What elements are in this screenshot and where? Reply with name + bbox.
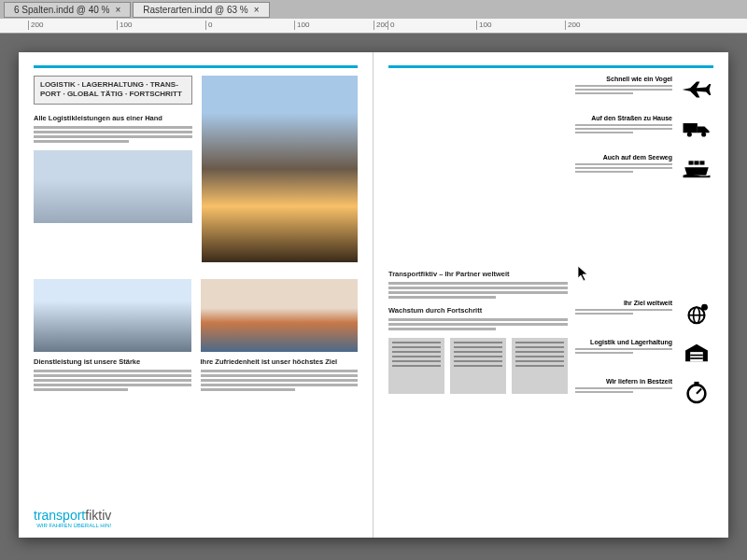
horizontal-ruler[interactable]: 200 100 0 100 200 0 100 200	[0, 19, 747, 34]
body-text	[388, 282, 568, 299]
feature-item: Auf den Straßen zu Hause	[575, 115, 713, 143]
svg-point-1	[687, 132, 692, 136]
image-airplane[interactable]	[34, 150, 192, 223]
right-page[interactable]: Schnell wie ein Vogel Auf den Straßen zu…	[374, 52, 728, 538]
svg-point-9	[701, 304, 708, 311]
svg-line-15	[697, 389, 701, 394]
feature-title: Ihr Ziel weltweit	[575, 300, 672, 306]
image-truck[interactable]	[34, 279, 191, 352]
logo-part-a: transport	[34, 508, 85, 523]
feature-item: Auch auf dem Seeweg	[575, 154, 713, 182]
close-icon[interactable]: ×	[254, 5, 260, 15]
tab-label: 6 Spalten.indd @ 40 %	[14, 5, 109, 15]
image-hero-city[interactable]	[202, 76, 358, 262]
feature-item: Schnell wie ein Vogel	[575, 76, 713, 104]
accent-bar	[34, 65, 358, 68]
globe-icon	[680, 300, 713, 328]
ruler-mark: 200	[28, 21, 43, 30]
left-page[interactable]: LOGISTIK · LAGERHALTUNG · TRANS- PORT · …	[19, 52, 374, 538]
section-heading: Alle Logistikleistungen aus einer Hand	[34, 114, 192, 122]
data-columns	[388, 338, 568, 394]
logo-subtitle: WIR FAHREN ÜBERALL HIN!	[34, 523, 111, 528]
feature-item: Wir liefern in Bestzeit	[575, 378, 713, 406]
feature-title: Auf den Straßen zu Hause	[575, 115, 672, 121]
page-spread: LOGISTIK · LAGERHALTUNG · TRANS- PORT · …	[19, 52, 728, 538]
svg-rect-14	[694, 382, 698, 385]
tagline-box[interactable]: LOGISTIK · LAGERHALTUNG · TRANS- PORT · …	[34, 76, 192, 105]
truck-icon	[680, 115, 713, 143]
logo-part-b: fiktiv	[85, 508, 111, 523]
section-heading: Dienstleistung ist unsere Stärke	[34, 357, 191, 366]
tab-label: Rasterarten.indd @ 63 %	[143, 5, 247, 15]
section-heading: Ihre Zufriedenheit ist unser höchstes Zi…	[201, 357, 359, 366]
image-container-ship[interactable]	[201, 279, 359, 352]
feature-title: Schnell wie ein Vogel	[575, 76, 672, 82]
svg-point-2	[701, 132, 706, 136]
section-heading: Wachstum durch Fortschritt	[388, 306, 568, 315]
ruler-mark: 100	[117, 21, 132, 30]
feature-item: Ihr Ziel weltweit	[575, 300, 713, 328]
cursor-pointer	[577, 265, 590, 282]
feature-title: Wir liefern in Bestzeit	[575, 378, 672, 385]
feature-title: Auch auf dem Seeweg	[575, 154, 672, 161]
tab-rasterarten[interactable]: Rasterarten.indd @ 63 % ×	[133, 2, 269, 18]
ruler-mark: 200	[565, 21, 580, 30]
stopwatch-icon	[680, 378, 713, 406]
ship-icon	[680, 154, 713, 182]
body-text	[34, 126, 192, 143]
feature-item: Logistik und Lagerhaltung	[575, 339, 713, 367]
document-tab-bar: 6 Spalten.indd @ 40 % × Rasterarten.indd…	[0, 0, 747, 19]
svg-rect-3	[689, 161, 694, 164]
section-heading: Transportfiktiv – Ihr Partner weltweit	[388, 270, 568, 278]
body-text	[388, 318, 568, 330]
svg-point-13	[688, 385, 706, 402]
hero-overflow	[388, 76, 568, 270]
body-text	[34, 370, 191, 391]
ruler-mark: 200	[374, 21, 388, 30]
ruler-mark: 100	[294, 21, 309, 30]
tab-6-spalten[interactable]: 6 Spalten.indd @ 40 % ×	[4, 2, 131, 18]
feature-title: Logistik und Lagerhaltung	[575, 339, 672, 345]
airplane-icon	[680, 76, 713, 104]
body-text	[201, 370, 359, 391]
ruler-mark: 0	[205, 21, 212, 30]
svg-rect-0	[684, 123, 698, 133]
ruler-mark: 100	[476, 21, 491, 30]
accent-bar	[388, 65, 713, 68]
ruler-mark: 0	[388, 21, 394, 30]
brand-logo: transportfiktiv WIR FAHREN ÜBERALL HIN!	[34, 508, 111, 528]
close-icon[interactable]: ×	[115, 5, 120, 15]
svg-rect-10	[690, 352, 703, 361]
warehouse-icon	[680, 339, 713, 367]
svg-rect-4	[694, 161, 698, 164]
svg-rect-5	[699, 161, 704, 164]
document-workspace[interactable]: LOGISTIK · LAGERHALTUNG · TRANS- PORT · …	[0, 34, 747, 560]
